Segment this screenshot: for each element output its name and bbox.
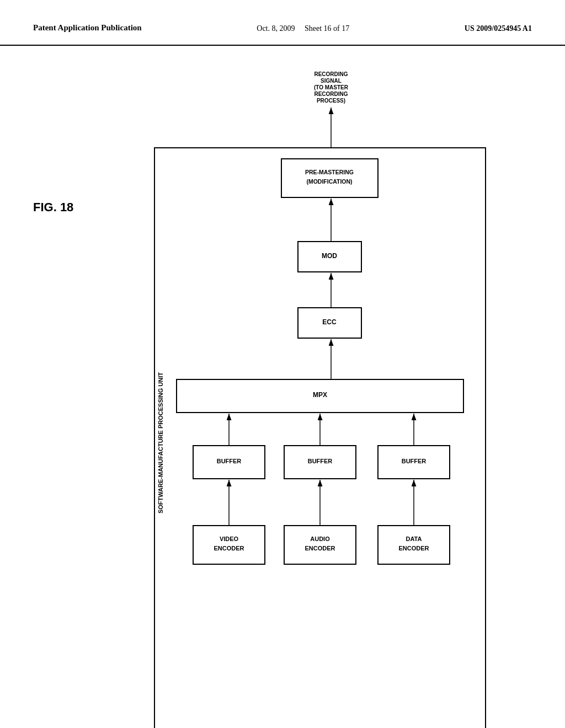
page-header: Patent Application Publication Oct. 8, 2… [0,0,565,46]
figure-label: FIG. 18 [33,200,73,215]
ecc-label: ECC [322,318,337,326]
header-date-sheet: Oct. 8, 2009 Sheet 16 of 17 [257,22,349,33]
sheet-info: Sheet 16 of 17 [305,24,349,33]
audio-encoder-label-1: AUDIO [310,536,330,542]
mpx-label: MPX [313,391,327,399]
mod-label: MOD [322,252,337,260]
pre-mastering-label-2: (MODIFICATION) [306,178,352,185]
video-encoder-label-1: VIDEO [220,536,239,542]
data-encoder-label-2: ENCODER [398,545,429,552]
buffer1-label: BUFFER [217,458,242,464]
data-encoder-label-1: DATA [406,536,422,542]
pre-mastering-label-1: PRE-MASTERING [305,169,354,175]
svg-text:SIGNAL: SIGNAL [321,78,342,84]
audio-encoder-label-2: ENCODER [305,545,335,552]
publication-title: Patent Application Publication [33,22,142,34]
patent-number: US 2009/0254945 A1 [465,22,532,33]
svg-text:RECORDING: RECORDING [314,91,348,97]
buffer2-label: BUFFER [308,458,333,464]
recording-signal-label: RECORDING [314,71,348,77]
publication-date: Oct. 8, 2009 [257,24,295,33]
svg-text:(TO MASTER: (TO MASTER [314,84,349,90]
svg-text:PROCESS): PROCESS) [317,98,345,104]
video-encoder-label-2: ENCODER [214,545,244,552]
buffer3-label: BUFFER [402,458,427,464]
diagram-svg: RECORDING SIGNAL (TO MASTER RECORDING PR… [132,68,519,728]
outer-box-label: SOFTWARE-MANUFACTURE PROCESSING UNIT [157,372,164,513]
content-area: FIG. 18 RECORDING SIGNAL (TO MASTER RECO… [0,46,565,90]
